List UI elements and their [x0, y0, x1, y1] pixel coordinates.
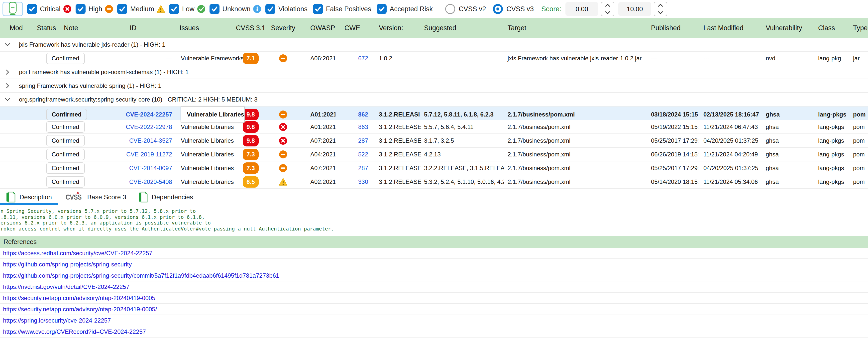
tab-description[interactable]: Description — [0, 189, 58, 205]
checkbox-checked-icon[interactable] — [377, 4, 386, 14]
chevron-right-icon[interactable] — [3, 82, 11, 90]
group-row[interactable]: jxls Framework has vulnerable jxls-reade… — [0, 38, 868, 52]
filter-unknown[interactable]: Unknown — [210, 4, 262, 14]
radio-unchecked-icon[interactable] — [445, 4, 455, 14]
column-header-owasp[interactable]: OWASP — [299, 18, 336, 38]
column-header-cvss-3-1[interactable]: CVSS 3.1 — [235, 18, 267, 38]
reference-link[interactable]: https://security.netapp.com/advisory/nta… — [3, 295, 155, 302]
version-cell: 3.1.2.RELEASE — [379, 165, 422, 171]
column-header-vulnerability[interactable]: Vulnerability — [761, 18, 813, 38]
issues-cell: Vulnerable Libraries — [181, 137, 234, 144]
column-header-version[interactable]: Version: — [369, 18, 422, 38]
filter-false-positives[interactable]: False Positives — [313, 4, 374, 14]
cwe-link[interactable]: 330 — [358, 178, 368, 185]
filter-low[interactable]: Low — [169, 4, 207, 14]
group-row[interactable]: org.springframework.security:spring-secu… — [0, 93, 868, 106]
filter-accepted-risk[interactable]: Accepted Risk — [377, 4, 435, 14]
collapse-all-button[interactable] — [2, 2, 23, 16]
cve-link[interactable]: CVE-2022-22978 — [126, 124, 172, 130]
checkbox-checked-icon[interactable] — [266, 4, 275, 14]
cwe-link[interactable]: 287 — [358, 137, 368, 144]
vulnerability-row[interactable]: Confirmed---Vulnerable Frameworks7.1A06:… — [0, 52, 868, 65]
column-header-mod[interactable]: Mod — [0, 18, 32, 38]
checkbox-checked-icon[interactable] — [75, 4, 86, 14]
vulnerability-row[interactable]: ConfirmedCVE-2014-0097Vulnerable Librari… — [0, 161, 868, 175]
score-max-input[interactable]: 10.00 — [618, 2, 651, 16]
cvss-v2-label: CVSS v2 — [459, 5, 486, 13]
score-min-stepper[interactable] — [601, 2, 614, 16]
vulnerability-row[interactable]: ConfirmedCVE-2020-5408Vulnerable Librari… — [0, 175, 868, 189]
cwe-link[interactable]: 862 — [358, 111, 368, 118]
cwe-link[interactable]: 287 — [358, 165, 368, 171]
vulnerability-source-cell: nvd — [766, 55, 775, 62]
filter-critical[interactable]: Critical — [27, 4, 72, 14]
chevron-down-icon[interactable] — [3, 96, 11, 103]
column-header-note[interactable]: Note — [62, 18, 117, 38]
column-header-id[interactable]: ID — [117, 18, 175, 38]
checkbox-checked-icon[interactable] — [313, 4, 323, 14]
checkbox-checked-icon[interactable] — [169, 4, 179, 14]
cwe-link[interactable]: 522 — [358, 151, 368, 158]
score-min-input[interactable]: 0.00 — [565, 2, 598, 16]
cve-link[interactable]: CVE-2014-3527 — [129, 137, 172, 144]
stepper-down-icon[interactable] — [605, 9, 610, 14]
class-cell: lang-pkgs — [818, 151, 844, 158]
filter-medium[interactable]: Medium — [117, 4, 166, 14]
checkbox-checked-icon[interactable] — [27, 4, 37, 14]
cve-link[interactable]: CVE-2019-11272 — [126, 151, 172, 158]
vulnerability-row[interactable]: ConfirmedCVE-2024-22257Vulnerable Librar… — [0, 106, 868, 120]
column-header-suggested[interactable]: Suggested — [422, 18, 504, 38]
tab-base-score-3[interactable]: CVSSBase Score 3 — [58, 189, 132, 205]
reference-row: https://nvd.nist.gov/vuln/detail/CVE-202… — [0, 281, 868, 293]
column-header-issues[interactable]: Issues — [175, 18, 235, 38]
score-max-stepper[interactable] — [654, 2, 667, 16]
reference-link[interactable]: https://access.redhat.com/security/cve/C… — [3, 250, 152, 257]
reference-link[interactable]: https://www.cve.org/CVERecord?id=CVE-202… — [3, 328, 146, 335]
filter-high[interactable]: High — [75, 4, 115, 14]
column-header-class[interactable]: Class — [813, 18, 848, 38]
tab-dependencies[interactable]: Dependencies — [132, 189, 199, 205]
column-header-type[interactable]: Type — [848, 18, 868, 38]
reference-link[interactable]: https://github.com/spring-projects/sprin… — [3, 272, 279, 279]
cve-link[interactable]: CVE-2020-5408 — [129, 178, 172, 185]
issues-editable-cell[interactable]: Vulnerable Libraries — [181, 106, 245, 123]
id-link[interactable]: --- — [166, 55, 172, 62]
checkbox-checked-icon[interactable] — [210, 4, 219, 14]
cvss-v3-radio[interactable]: CVSS v3 — [493, 4, 534, 14]
cvss-v2-radio[interactable]: CVSS v2 — [445, 4, 486, 14]
reference-row: https://github.com/spring-projects/sprin… — [0, 270, 868, 281]
chevron-down-icon[interactable] — [3, 41, 11, 49]
chevron-right-icon[interactable] — [3, 68, 11, 76]
cve-link[interactable]: CVE-2024-22257 — [126, 111, 172, 118]
stepper-down-icon[interactable] — [658, 9, 663, 14]
column-header-severity[interactable]: Severity — [267, 18, 299, 38]
stepper-up-icon[interactable] — [605, 4, 610, 9]
cve-link[interactable]: CVE-2014-0097 — [129, 165, 172, 171]
group-row[interactable]: poi Framework has vulnerable poi-ooxml-s… — [0, 65, 868, 79]
reference-link[interactable]: https://nvd.nist.gov/vuln/detail/CVE-202… — [3, 283, 129, 290]
owasp-cell: A06:2021 — [310, 55, 336, 62]
target-cell: 2.1.7/business/pom.xml — [507, 137, 570, 144]
checkbox-checked-icon[interactable] — [117, 4, 127, 14]
dependency-check-window: CriticalHighMediumLowUnknownViolationsFa… — [0, 0, 868, 338]
stepper-up-icon[interactable] — [658, 4, 663, 9]
column-header-last-modified[interactable]: Last Modified — [699, 18, 761, 38]
published-cell: 05/25/2017 17:29: — [651, 137, 699, 144]
reference-link[interactable]: https://spring.io/security/cve-2024-2225… — [3, 317, 111, 324]
vulnerability-row[interactable]: ConfirmedCVE-2014-3527Vulnerable Librari… — [0, 134, 868, 148]
group-row[interactable]: spring Framework has vulnerable spring (… — [0, 79, 868, 93]
published-cell: 05/19/2022 15:15: — [651, 124, 699, 130]
column-header-cwe[interactable]: CWE — [336, 18, 369, 38]
column-header-target[interactable]: Target — [504, 18, 646, 38]
filter-label: Accepted Risk — [390, 5, 433, 13]
reference-link[interactable]: https://github.com/spring-projects/sprin… — [3, 261, 132, 268]
column-header-status[interactable]: Status — [32, 18, 62, 38]
reference-link[interactable]: https://security.netapp.com/advisory/nta… — [3, 306, 157, 313]
vulnerability-row[interactable]: ConfirmedCVE-2022-22978Vulnerable Librar… — [0, 120, 868, 134]
column-header-published[interactable]: Published — [646, 18, 699, 38]
cwe-link[interactable]: 672 — [358, 55, 368, 62]
filter-violations[interactable]: Violations — [266, 4, 310, 14]
cwe-link[interactable]: 863 — [358, 124, 368, 130]
radio-checked-icon[interactable] — [493, 4, 503, 14]
vulnerability-row[interactable]: ConfirmedCVE-2019-11272Vulnerable Librar… — [0, 148, 868, 161]
